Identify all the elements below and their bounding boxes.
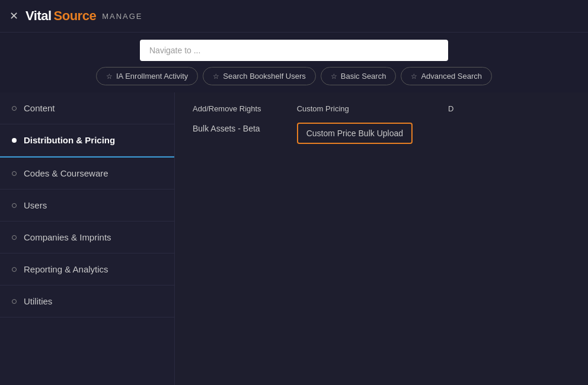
- sidebar-dot-content: [12, 106, 17, 111]
- star-icon: ☆: [106, 72, 113, 81]
- content-columns: Add/Remove Rights Bulk Assets - Beta Cus…: [193, 104, 570, 144]
- star-icon-4: ☆: [411, 72, 417, 81]
- sidebar-item-wrapper-utilities: Utilities: [0, 285, 174, 317]
- quick-link-search-bookshelf-label: Search Bookshelf Users: [223, 72, 305, 81]
- sidebar-item-content-label: Content: [24, 103, 55, 113]
- quick-link-basic-search[interactable]: ☆ Basic Search: [321, 67, 397, 85]
- sidebar-item-distribution-label: Distribution & Pricing: [24, 135, 115, 145]
- nav-search-input[interactable]: [140, 40, 448, 61]
- sidebar-item-users[interactable]: Users: [0, 190, 174, 222]
- sidebar: Content Distribution & Pricing Codes & C…: [0, 92, 175, 385]
- sidebar-dot-utilities: [12, 299, 17, 304]
- quick-link-advanced-search-label: Advanced Search: [421, 72, 482, 81]
- star-icon-2: ☆: [213, 72, 219, 81]
- quick-link-search-bookshelf[interactable]: ☆ Search Bookshelf Users: [203, 67, 315, 85]
- sidebar-dot-users: [12, 203, 17, 208]
- quick-link-basic-search-label: Basic Search: [341, 72, 386, 81]
- sidebar-item-companies-imprints[interactable]: Companies & Imprints: [0, 222, 174, 254]
- search-bar-row: [0, 33, 588, 61]
- logo: VitalSource MANAGE: [25, 8, 143, 24]
- sidebar-item-companies-label: Companies & Imprints: [24, 232, 111, 242]
- sidebar-dot-companies: [12, 235, 17, 240]
- quick-link-advanced-search[interactable]: ☆ Advanced Search: [401, 67, 492, 85]
- quick-link-ia-enrollment-label: IA Enrollment Activity: [116, 72, 188, 81]
- sidebar-item-distribution-pricing[interactable]: Distribution & Pricing: [0, 124, 174, 156]
- quick-links-row: ☆ IA Enrollment Activity ☆ Search Booksh…: [0, 61, 588, 92]
- link-bulk-assets[interactable]: Bulk Assets - Beta: [193, 121, 261, 136]
- column-header-d: D: [448, 104, 453, 113]
- sidebar-item-wrapper-reporting: Reporting & Analytics: [0, 254, 174, 285]
- sidebar-item-wrapper-distribution: Distribution & Pricing: [0, 124, 174, 158]
- close-button[interactable]: ✕: [9, 9, 18, 23]
- sidebar-item-wrapper-users: Users: [0, 190, 174, 222]
- sidebar-item-wrapper-companies: Companies & Imprints: [0, 222, 174, 254]
- sidebar-dot-reporting: [12, 267, 17, 272]
- main-content: Content Distribution & Pricing Codes & C…: [0, 92, 588, 385]
- content-column-add-remove: Add/Remove Rights Bulk Assets - Beta: [193, 104, 261, 144]
- star-icon-3: ☆: [331, 72, 337, 81]
- column-header-custom-pricing: Custom Pricing: [297, 104, 413, 113]
- sidebar-item-content[interactable]: Content: [0, 92, 174, 124]
- content-column-custom-pricing: Custom Pricing Custom Price Bulk Upload: [297, 104, 413, 144]
- quick-link-ia-enrollment[interactable]: ☆ IA Enrollment Activity: [96, 67, 198, 85]
- sidebar-item-codes-label: Codes & Courseware: [24, 168, 108, 178]
- sidebar-dot-codes: [12, 171, 17, 176]
- sidebar-item-reporting-analytics[interactable]: Reporting & Analytics: [0, 254, 174, 285]
- sidebar-item-users-label: Users: [24, 200, 47, 210]
- content-column-d: D: [448, 104, 453, 144]
- sidebar-dot-distribution: [12, 138, 17, 143]
- logo-source: Source: [54, 8, 97, 24]
- sidebar-item-wrapper-content: Content: [0, 92, 174, 124]
- sidebar-item-utilities-label: Utilities: [24, 296, 52, 306]
- column-header-add-remove: Add/Remove Rights: [193, 104, 261, 113]
- sidebar-item-reporting-label: Reporting & Analytics: [24, 264, 108, 274]
- sidebar-item-codes-courseware[interactable]: Codes & Courseware: [0, 158, 174, 190]
- app-header: ✕ VitalSource MANAGE: [0, 0, 588, 33]
- sidebar-item-utilities[interactable]: Utilities: [0, 285, 174, 317]
- logo-vital: Vital: [25, 8, 52, 24]
- content-panel: Add/Remove Rights Bulk Assets - Beta Cus…: [175, 92, 588, 385]
- sidebar-item-wrapper-codes: Codes & Courseware: [0, 158, 174, 190]
- logo-manage: MANAGE: [102, 12, 142, 21]
- custom-price-bulk-upload-button[interactable]: Custom Price Bulk Upload: [297, 123, 413, 144]
